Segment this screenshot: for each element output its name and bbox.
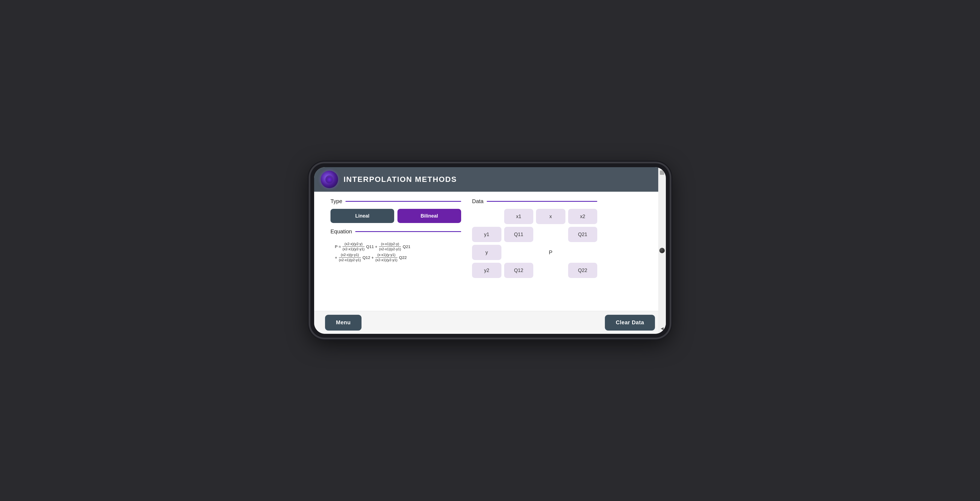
grid-empty-r4c3: [536, 263, 565, 278]
y-input[interactable]: y: [472, 245, 501, 260]
eq-q12: Q12 +: [363, 254, 374, 261]
equation-section-header: Equation: [331, 229, 461, 235]
equation-label: Equation: [331, 229, 352, 235]
menu-button[interactable]: Menu: [325, 315, 361, 331]
type-buttons: Lineal Bilineal: [331, 209, 461, 223]
phone-shell: ◀ INTERPOLATION METHODS Type Lineal Bili…: [310, 163, 670, 338]
data-section-header: Data: [472, 198, 597, 205]
screen: ◀ INTERPOLATION METHODS Type Lineal Bili…: [314, 167, 666, 334]
clear-data-button[interactable]: Clear Data: [605, 315, 655, 331]
type-label: Type: [331, 198, 342, 205]
eq-q21: Q21: [402, 243, 410, 250]
q11-input[interactable]: Q11: [504, 227, 533, 242]
eq-q11: Q11 +: [366, 243, 377, 250]
app-header: INTERPOLATION METHODS: [314, 167, 666, 192]
camera-icon: [659, 248, 665, 253]
scrollbar[interactable]: ◀: [658, 167, 666, 334]
equation-line-1: P ≈ (x2-x)(y2-y) (x2-x1)(y2-y1) Q11 + (x…: [335, 242, 457, 251]
main-content: Type Lineal Bilineal Equation: [314, 192, 666, 311]
data-grid: x1 x x2 y1 Q11: [472, 209, 597, 278]
x2-input[interactable]: x2: [568, 209, 598, 224]
eq-p-approx: P ≈: [335, 243, 341, 250]
left-panel: Type Lineal Bilineal Equation: [331, 198, 461, 307]
right-panel: Data x1 x x2: [472, 198, 597, 307]
bilineal-button[interactable]: Bilineal: [398, 209, 461, 223]
equation-line-2: + (x2-x)(y-y1) (x2-x1)(y2-y1) Q12 + (x-x…: [335, 253, 457, 262]
data-label: Data: [472, 198, 484, 205]
equation-box: P ≈ (x2-x)(y2-y) (x2-x1)(y2-y1) Q11 + (x…: [331, 239, 461, 266]
y1-input[interactable]: y1: [472, 227, 501, 242]
fraction-4: (x-x1)(y-y1) (x2-x1)(y2-y1): [375, 253, 398, 262]
fraction-1: (x2-x)(y2-y) (x2-x1)(y2-y1): [342, 242, 364, 251]
fraction-2: (x-x1)(y2-y) (x2-x1)(y2-y1): [379, 242, 401, 251]
scrollbar-thumb: [660, 170, 664, 175]
bottom-bar: Menu Clear Data: [314, 311, 666, 334]
type-section-header: Type: [331, 198, 461, 205]
x1-input[interactable]: x1: [504, 209, 533, 224]
grid-empty-r1c1: [472, 209, 501, 224]
lineal-button[interactable]: Lineal: [331, 209, 394, 223]
eq-q22: Q22: [399, 254, 407, 261]
y2-input[interactable]: y2: [472, 263, 501, 278]
data-divider: [487, 201, 597, 202]
scroll-down-arrow[interactable]: ◀: [660, 326, 664, 331]
p-label: P: [536, 245, 565, 260]
q21-input[interactable]: Q21: [568, 227, 598, 242]
equation-section: Equation P ≈ (x2-x)(y2-y) (x2-x1)(y2-y1): [331, 229, 461, 266]
x-input[interactable]: x: [536, 209, 565, 224]
fraction-3: (x2-x)(y-y1) (x2-x1)(y2-y1): [339, 253, 361, 262]
q22-input[interactable]: Q22: [568, 263, 598, 278]
grid-empty-r2c3: [536, 227, 565, 242]
grid-empty-r3c4: [568, 245, 598, 260]
equation-divider: [355, 231, 461, 232]
q12-input[interactable]: Q12: [504, 263, 533, 278]
app-title: INTERPOLATION METHODS: [344, 175, 457, 184]
type-divider: [345, 201, 461, 202]
grid-empty-r3c2: [504, 245, 533, 260]
eq-plus: +: [335, 254, 337, 261]
app-logo: [321, 171, 338, 188]
